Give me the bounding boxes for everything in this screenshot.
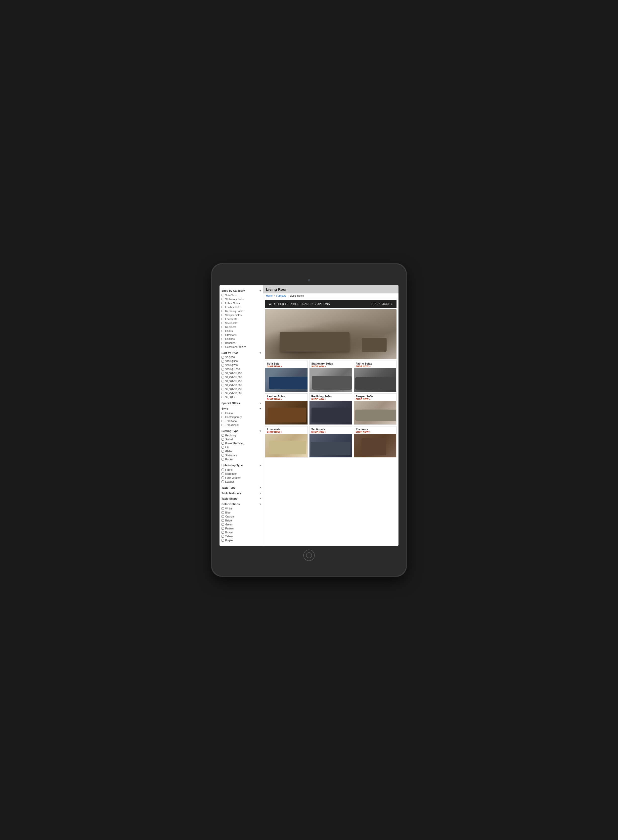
product-card-sleeper[interactable]: Sleeper Sofas SHOP NOW » — [354, 393, 397, 425]
seat-power-reclining[interactable] — [221, 442, 224, 445]
product-card-reclining[interactable]: Reclining Sofas SHOP NOW » — [309, 393, 352, 425]
ottomans-checkbox[interactable] — [221, 334, 224, 336]
list-item[interactable]: Purple — [221, 538, 261, 542]
color-orange[interactable] — [221, 515, 224, 518]
list-item[interactable]: Glider — [221, 449, 261, 453]
seat-reclining[interactable] — [221, 434, 224, 437]
list-item[interactable]: Beige — [221, 519, 261, 522]
financing-cta[interactable]: learn more » — [371, 302, 393, 305]
product-card-leather[interactable]: Leather Sofas SHOP NOW » — [265, 393, 308, 425]
list-item[interactable]: Swivel — [221, 437, 261, 442]
seat-glider[interactable] — [221, 450, 224, 453]
list-item[interactable]: Faux Leather — [221, 476, 261, 480]
price-header[interactable]: Sort by Price ▾ — [221, 350, 261, 355]
color-green[interactable] — [221, 523, 224, 526]
upholstery-microfiber[interactable] — [221, 473, 224, 475]
price-501-750[interactable] — [221, 364, 224, 367]
list-item[interactable]: Traditional — [221, 419, 261, 423]
list-item[interactable]: Rocker — [221, 457, 261, 461]
category-header[interactable]: Shop by Category ▾ — [221, 288, 261, 293]
color-white[interactable] — [221, 507, 224, 510]
price-0-250[interactable] — [221, 356, 224, 358]
list-item[interactable]: Reclining Sofas — [221, 309, 261, 313]
product-card-fabric[interactable]: Fabric Sofas SHOP NOW » — [354, 361, 397, 392]
list-item[interactable]: Sectionals — [221, 321, 261, 325]
product-shop-now[interactable]: SHOP NOW » — [267, 398, 306, 400]
special-offers-header[interactable]: Special Offers › — [221, 400, 261, 406]
table-shape-header[interactable]: Table Shape › — [221, 496, 261, 501]
color-beige[interactable] — [221, 519, 224, 522]
color-brown[interactable] — [221, 531, 224, 534]
list-item[interactable]: Microfiber — [221, 472, 261, 476]
list-item[interactable]: Yellow — [221, 534, 261, 538]
product-shop-now[interactable]: SHOP NOW » — [356, 431, 395, 433]
list-item[interactable]: Loveseats — [221, 317, 261, 321]
list-item[interactable]: $1,501-$1,750 — [221, 379, 261, 383]
sofa-sets-checkbox[interactable] — [221, 294, 224, 296]
list-item[interactable]: Occasional Tables — [221, 345, 261, 349]
seat-stationary[interactable] — [221, 454, 224, 456]
seating-type-header[interactable]: Seating Type ▾ — [221, 428, 261, 433]
product-card-sofa-sets[interactable]: Sofa Sets SHOP NOW » — [265, 361, 308, 392]
list-item[interactable]: Brown — [221, 531, 261, 534]
color-pattern[interactable] — [221, 527, 224, 530]
leather-sofas-checkbox[interactable] — [221, 306, 224, 308]
upholstery-fabric[interactable] — [221, 468, 224, 471]
list-item[interactable]: $2,001-$2,250 — [221, 387, 261, 391]
list-item[interactable]: Sleeper Sofas — [221, 313, 261, 317]
price-751-1000[interactable] — [221, 368, 224, 370]
color-blue[interactable] — [221, 511, 224, 514]
list-item[interactable]: $2,251-$2,500 — [221, 391, 261, 395]
sleeper-sofas-checkbox[interactable] — [221, 314, 224, 316]
price-251-500[interactable] — [221, 360, 224, 363]
recliners-checkbox[interactable] — [221, 326, 224, 328]
style-traditional[interactable] — [221, 420, 224, 422]
list-item[interactable]: Power Reclining — [221, 442, 261, 445]
upholstery-leather[interactable] — [221, 480, 224, 483]
list-item[interactable]: $1,751-$2,000 — [221, 383, 261, 387]
product-shop-now[interactable]: SHOP NOW » — [267, 365, 306, 367]
color-yellow[interactable] — [221, 535, 224, 538]
list-item[interactable]: Fabric — [221, 468, 261, 472]
list-item[interactable]: $501-$750 — [221, 363, 261, 367]
price-1751-2000[interactable] — [221, 384, 224, 387]
list-item[interactable]: Chairs — [221, 329, 261, 333]
list-item[interactable]: $1,001-$1,250 — [221, 371, 261, 375]
list-item[interactable]: Fabric Sofas — [221, 301, 261, 305]
list-item[interactable]: $251-$500 — [221, 359, 261, 363]
product-shop-now[interactable]: SHOP NOW » — [356, 398, 395, 400]
product-shop-now[interactable]: SHOP NOW » — [311, 398, 350, 400]
chairs-checkbox[interactable] — [221, 330, 224, 332]
style-contemporary[interactable] — [221, 416, 224, 418]
list-item[interactable]: Chaises — [221, 337, 261, 341]
occasional-tables-checkbox[interactable] — [221, 346, 224, 348]
list-item[interactable]: Casual — [221, 411, 261, 415]
list-item[interactable]: Stationary — [221, 453, 261, 457]
price-1501-1750[interactable] — [221, 380, 224, 382]
loveseats-checkbox[interactable] — [221, 318, 224, 320]
price-2001-2250[interactable] — [221, 388, 224, 390]
product-shop-now[interactable]: SHOP NOW » — [356, 365, 395, 367]
tablet-home-button[interactable] — [303, 550, 315, 561]
sectionals-checkbox[interactable] — [221, 322, 224, 324]
product-shop-now[interactable]: SHOP NOW » — [311, 431, 350, 433]
list-item[interactable]: Contemporary — [221, 415, 261, 419]
price-1251-1500[interactable] — [221, 376, 224, 379]
list-item[interactable]: Lift — [221, 445, 261, 449]
list-item[interactable]: Leather Sofas — [221, 305, 261, 309]
list-item[interactable]: Sofa Sets — [221, 293, 261, 297]
fabric-sofas-checkbox[interactable] — [221, 302, 224, 304]
style-transitional[interactable] — [221, 424, 224, 426]
list-item[interactable]: White — [221, 507, 261, 510]
list-item[interactable]: Blue — [221, 510, 261, 514]
product-shop-now[interactable]: SHOP NOW » — [267, 431, 306, 433]
list-item[interactable]: Ottomans — [221, 333, 261, 337]
list-item[interactable]: Recliners — [221, 325, 261, 329]
list-item[interactable]: $751-$1,000 — [221, 367, 261, 371]
breadcrumb-home[interactable]: Home — [266, 294, 273, 297]
list-item[interactable]: Transitional — [221, 423, 261, 427]
color-options-header[interactable]: Color Options ▾ — [221, 501, 261, 507]
product-card-sectionals[interactable]: Sectionals SHOP NOW » — [309, 426, 352, 458]
breadcrumb-furniture[interactable]: Furniture — [276, 294, 287, 297]
color-purple[interactable] — [221, 539, 224, 541]
